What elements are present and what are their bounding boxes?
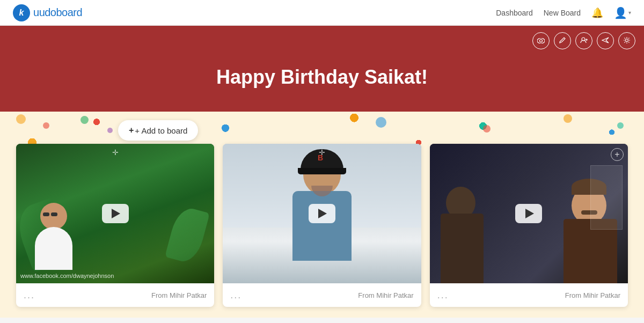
add-to-board-button[interactable]: + + Add to board [118, 120, 198, 141]
card-from-2: From Mihir Patkar [358, 291, 413, 299]
eye-icon [537, 36, 545, 45]
user-avatar-icon: 👤 [614, 6, 627, 19]
deco-circle [376, 117, 386, 128]
deco-circle [483, 125, 491, 133]
deco-circle [80, 116, 89, 124]
svg-point-1 [540, 40, 543, 42]
card-menu-1[interactable]: ... [24, 290, 35, 301]
view-icon-button[interactable] [532, 32, 550, 49]
card-menu-3[interactable]: ... [437, 290, 449, 301]
settings-icon-button[interactable] [618, 32, 635, 49]
play-triangle [112, 209, 120, 218]
person-silhouette [32, 203, 75, 283]
plus-icon: + [129, 126, 134, 135]
video-url-1: www.facebook.com/dwaynejohnson [20, 273, 114, 279]
play-button-2[interactable] [309, 204, 335, 223]
dashboard-link[interactable]: Dashboard [496, 9, 533, 17]
board-toolbar [0, 26, 644, 54]
video-thumbnail-3: + [430, 144, 628, 283]
drag-handle-2[interactable]: ✛ [319, 148, 325, 157]
play-button-3[interactable] [515, 204, 542, 223]
video-thumbnail-2: B ✛ [223, 144, 421, 283]
content-area: + + Add to board [0, 112, 644, 318]
pencil-icon [559, 36, 566, 45]
card-add-3[interactable]: + [611, 148, 624, 161]
nav-right: Dashboard New Board 🔔 👤 ▾ [496, 6, 631, 19]
card-footer-3: ... From Mihir Patkar [430, 283, 628, 307]
add-to-board-label: + Add to board [135, 126, 187, 135]
deco-circle [43, 122, 49, 129]
send-icon-button[interactable] [597, 32, 614, 49]
video-card-2: B ✛ ... From Mihir Patkar [223, 144, 421, 307]
play-triangle [318, 209, 327, 218]
logo-icon: k [13, 4, 30, 21]
video-card-3: + ... From Mihir Patkar [430, 144, 628, 307]
svg-point-0 [537, 38, 545, 43]
card-from-1: From Mihir Patkar [151, 291, 207, 299]
send-icon [602, 36, 609, 45]
drag-handle-1[interactable]: ✛ [112, 148, 119, 157]
add-person-icon [580, 36, 588, 45]
logo: k uudoboard [13, 4, 82, 21]
board-title: Happy Birthday Saikat! [216, 66, 428, 89]
edit-icon-button[interactable] [554, 32, 571, 49]
deco-circle [617, 122, 624, 129]
play-button-1[interactable] [102, 204, 129, 223]
new-board-link[interactable]: New Board [544, 9, 581, 17]
deco-circle [107, 128, 113, 133]
board-title-area: Happy Birthday Saikat! [0, 54, 644, 112]
chevron-down-icon: ▾ [628, 10, 631, 16]
card-menu-2[interactable]: ... [230, 290, 241, 301]
card-from-3: From Mihir Patkar [565, 291, 620, 299]
card-footer-1: ... From Mihir Patkar [16, 283, 214, 307]
video-card-1: ✛ www.facebook.com/dwaynejohnson ... Fro… [16, 144, 214, 307]
logo-text: uudoboard [33, 6, 82, 19]
deco-circle [564, 114, 572, 123]
gear-icon [623, 36, 631, 46]
card-footer-2: ... From Mihir Patkar [223, 283, 421, 307]
navbar: k uudoboard Dashboard New Board 🔔 👤 ▾ [0, 0, 644, 26]
board-header: Happy Birthday Saikat! [0, 26, 644, 112]
notification-icon[interactable]: 🔔 [591, 7, 603, 19]
deco-circle [16, 114, 26, 124]
video-thumbnail-1: ✛ www.facebook.com/dwaynejohnson [16, 144, 214, 283]
user-menu[interactable]: 👤 ▾ [614, 6, 631, 19]
play-triangle [525, 209, 534, 218]
cards-grid: ✛ www.facebook.com/dwaynejohnson ... Fro… [0, 112, 644, 318]
add-person-icon-button[interactable] [575, 32, 592, 49]
svg-point-5 [626, 39, 628, 41]
